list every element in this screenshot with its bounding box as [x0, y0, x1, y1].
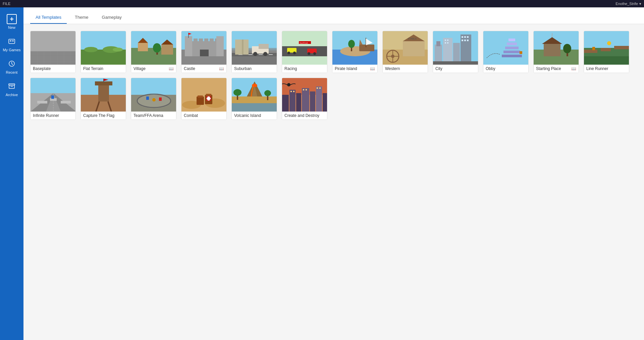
svg-rect-102: [467, 36, 469, 38]
template-label-capture-the-flag: Capture The Flag: [81, 112, 126, 120]
svg-rect-112: [508, 39, 515, 41]
username-label: Enothe_Strife: [615, 2, 638, 6]
svg-point-24: [84, 47, 98, 52]
templates-grid: Baseplate: [30, 31, 637, 120]
svg-rect-22: [81, 31, 126, 50]
svg-point-119: [563, 44, 571, 53]
svg-rect-122: [584, 50, 597, 53]
svg-rect-149: [146, 96, 149, 100]
template-thumb-combat: [181, 78, 227, 112]
template-card-starting-place[interactable]: Starting Place 📖: [533, 31, 579, 73]
svg-rect-175: [282, 95, 289, 112]
sidebar-item-archive[interactable]: Archive: [0, 80, 23, 99]
file-menu[interactable]: FILE: [3, 2, 10, 6]
tab-theme[interactable]: Theme: [69, 11, 94, 24]
svg-rect-180: [316, 86, 322, 112]
template-name-starting-place: Starting Place: [536, 66, 561, 71]
template-name-team-ffa-arena: Team/FFA Arena: [133, 113, 163, 118]
svg-point-188: [287, 83, 290, 86]
svg-rect-83: [403, 41, 425, 56]
svg-rect-128: [31, 78, 76, 93]
svg-point-126: [607, 41, 611, 45]
sidebar-item-my-games[interactable]: My Games: [0, 35, 23, 55]
svg-rect-177: [296, 93, 301, 112]
template-card-line-runner[interactable]: Line Runner: [584, 31, 629, 73]
svg-rect-123: [601, 48, 611, 51]
tab-gameplay[interactable]: Gameplay: [97, 11, 127, 24]
svg-rect-106: [433, 61, 478, 65]
book-icon-pirate-island: 📖: [370, 66, 375, 71]
svg-rect-185: [306, 89, 307, 90]
sidebar-item-new[interactable]: + New: [0, 11, 23, 32]
svg-rect-116: [544, 43, 560, 56]
template-name-capture-the-flag: Capture The Flag: [83, 113, 114, 118]
template-thumb-pirate-island: [332, 31, 378, 65]
templates-area: Baseplate: [23, 24, 644, 340]
template-card-city[interactable]: City: [433, 31, 478, 73]
template-name-line-runner: Line Runner: [586, 66, 608, 71]
svg-rect-127: [584, 56, 629, 65]
svg-text:Start/Finish: Start/Finish: [300, 42, 308, 44]
svg-point-68: [293, 52, 296, 54]
template-card-capture-the-flag[interactable]: Capture The Flag: [80, 78, 126, 120]
svg-rect-1: [10, 40, 11, 42]
svg-rect-57: [242, 40, 244, 55]
svg-rect-125: [592, 47, 595, 50]
tab-all-templates[interactable]: All Templates: [30, 11, 67, 24]
template-label-village: Village 📖: [131, 65, 176, 73]
template-card-racing[interactable]: Start/Finish Racing: [282, 31, 327, 73]
template-name-western: Western: [385, 66, 400, 71]
template-label-racing: Racing: [282, 65, 327, 73]
svg-rect-184: [303, 89, 304, 90]
svg-rect-156: [198, 95, 203, 97]
template-thumb-castle: [181, 31, 227, 65]
sidebar: + New My Games Recent: [0, 7, 23, 340]
template-card-volcanic-island[interactable]: Volcanic Island: [231, 78, 277, 120]
template-label-line-runner: Line Runner: [584, 65, 629, 73]
template-card-suburban[interactable]: Suburban: [231, 31, 277, 73]
svg-rect-168: [232, 103, 277, 112]
svg-point-172: [264, 90, 271, 96]
recent-icon: [8, 60, 15, 69]
template-card-obby[interactable]: Obby: [483, 31, 529, 73]
svg-rect-179: [310, 91, 315, 112]
svg-rect-109: [503, 51, 520, 53]
svg-rect-145: [131, 78, 176, 95]
template-card-team-ffa-arena[interactable]: Team/FFA Arena: [131, 78, 176, 120]
template-card-western[interactable]: STABLE Western: [382, 31, 428, 73]
svg-rect-95: [461, 35, 471, 65]
svg-point-70: [308, 52, 310, 55]
user-info[interactable]: Enothe_Strife ▾: [615, 2, 641, 6]
svg-rect-104: [464, 40, 466, 41]
sidebar-item-recent[interactable]: Recent: [0, 57, 23, 77]
svg-rect-41: [204, 39, 208, 43]
template-label-flat-terrain: Flat Terrain: [81, 65, 126, 73]
svg-point-71: [313, 52, 316, 55]
template-card-infinite-runner[interactable]: Infinite Runner: [30, 78, 76, 120]
svg-rect-133: [37, 101, 47, 104]
template-card-castle[interactable]: Castle 📖: [181, 31, 227, 73]
tab-bar: All Templates Theme Gameplay: [23, 7, 644, 24]
svg-rect-113: [520, 51, 522, 54]
content-area: All Templates Theme Gameplay: [23, 7, 644, 340]
svg-point-60: [253, 52, 257, 56]
archive-icon: [8, 82, 15, 91]
svg-rect-7: [31, 31, 76, 51]
template-card-pirate-island[interactable]: Pirate Island 📖: [332, 31, 378, 73]
svg-rect-46: [216, 36, 224, 56]
svg-rect-136: [51, 95, 54, 99]
svg-rect-183: [293, 91, 294, 92]
template-card-flat-terrain[interactable]: Flat Terrain: [80, 31, 126, 73]
template-thumb-volcanic: [232, 78, 277, 112]
template-card-combat[interactable]: Combat: [181, 78, 227, 120]
svg-rect-103: [462, 40, 463, 41]
template-label-suburban: Suburban: [232, 65, 277, 73]
template-card-village[interactable]: Village 📖: [131, 31, 176, 73]
template-card-baseplate[interactable]: Baseplate: [30, 31, 76, 73]
template-name-pirate-island: Pirate Island: [335, 66, 357, 71]
svg-rect-101: [464, 36, 466, 38]
template-name-obby: Obby: [486, 66, 495, 71]
book-icon-village: 📖: [169, 66, 174, 71]
svg-rect-150: [159, 97, 162, 101]
template-card-create-and-destroy[interactable]: Create and Destroy: [282, 78, 327, 120]
